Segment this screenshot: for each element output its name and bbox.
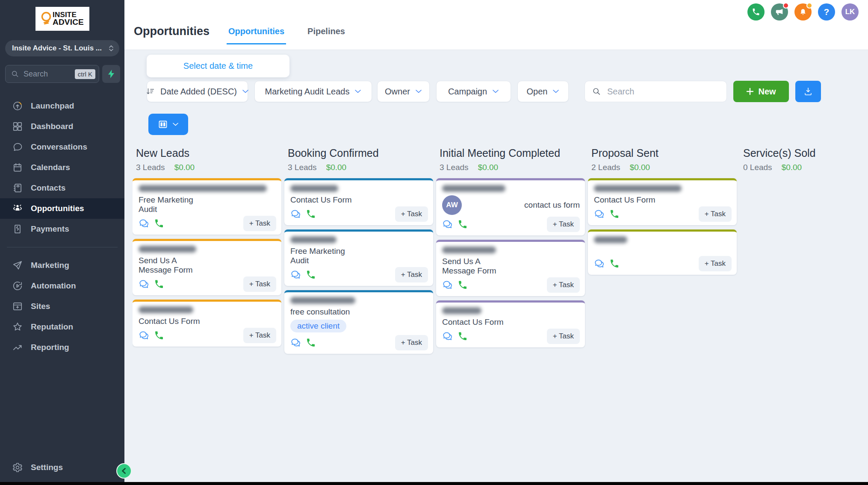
opportunity-card[interactable]: Contact Us Form + Task <box>133 300 281 347</box>
call-icon[interactable] <box>458 331 468 341</box>
add-task-button[interactable]: + Task <box>243 216 276 231</box>
sidebar-item-automation[interactable]: Automation <box>0 276 124 296</box>
add-task-button[interactable]: + Task <box>699 206 732 222</box>
payments-icon <box>12 223 23 235</box>
owner-dropdown[interactable]: Owner <box>377 81 430 102</box>
opportunity-card[interactable]: AW contact us form + Task <box>436 178 585 235</box>
lead-count: 0 Leads <box>743 163 772 172</box>
conversation-icon[interactable] <box>442 279 454 291</box>
call-icon[interactable] <box>154 279 164 289</box>
add-task-button[interactable]: + Task <box>395 335 428 350</box>
call-icon[interactable] <box>458 219 468 229</box>
opportunity-card[interactable]: Contact Us Form + Task <box>436 300 585 347</box>
opportunity-source: Send Us A Message Form <box>139 256 203 275</box>
sidebar-item-marketing[interactable]: Marketing <box>0 255 124 276</box>
sidebar-item-dashboard[interactable]: Dashboard <box>0 116 124 137</box>
notification-dot <box>783 3 789 9</box>
call-icon[interactable] <box>154 330 164 341</box>
lead-count: 3 Leads <box>440 163 469 172</box>
call-icon[interactable] <box>306 270 316 280</box>
status-dropdown[interactable]: Open <box>517 81 569 102</box>
call-icon[interactable] <box>609 259 620 269</box>
tab-opportunities[interactable]: Opportunities <box>227 26 286 44</box>
call-icon[interactable] <box>306 338 316 348</box>
sidebar-item-conversations[interactable]: Conversations <box>0 137 124 157</box>
sites-icon <box>12 301 23 312</box>
redacted-contact-name <box>139 306 193 313</box>
call-icon[interactable] <box>154 218 164 229</box>
bottom-black-bar <box>0 482 868 485</box>
help-button[interactable]: ? <box>818 3 835 21</box>
reputation-icon <box>12 321 23 332</box>
opportunity-search-input[interactable]: Search <box>585 81 727 102</box>
conversation-icon[interactable] <box>290 209 302 220</box>
conversation-icon[interactable] <box>139 330 151 341</box>
call-icon[interactable] <box>306 209 316 219</box>
user-avatar[interactable]: LK <box>841 3 859 21</box>
add-task-button[interactable]: + Task <box>699 256 732 271</box>
new-opportunity-button[interactable]: New <box>733 81 789 102</box>
announcements-button[interactable] <box>771 3 788 21</box>
phone-dialer-button[interactable] <box>747 3 765 21</box>
filter-toolbar: Date Added (DESC) Marketing Audit Leads … <box>147 81 821 102</box>
column-header: Booking Confirmed 3 Leads $0.00 <box>284 147 433 172</box>
add-task-button[interactable]: + Task <box>547 217 580 232</box>
add-task-button[interactable]: + Task <box>547 329 580 344</box>
opportunity-card[interactable]: + Task <box>588 229 737 275</box>
opportunity-card[interactable]: free consultation active client + Task <box>284 290 433 354</box>
redacted-contact-name <box>442 307 481 314</box>
tab-pipelines[interactable]: Pipelines <box>306 26 347 44</box>
lead-value: $0.00 <box>478 163 499 172</box>
sidebar-item-contacts[interactable]: Contacts <box>0 178 124 198</box>
pipeline-dropdown[interactable]: Marketing Audit Leads <box>254 81 372 102</box>
conversation-icon[interactable] <box>442 219 454 230</box>
call-icon[interactable] <box>609 209 620 219</box>
sidebar-search-input[interactable]: Search ctrl K <box>5 65 99 83</box>
column-title: Booking Confirmed <box>288 147 433 159</box>
opportunity-source: Contact Us Form <box>290 195 354 205</box>
board-view-toggle[interactable] <box>148 114 188 135</box>
conversation-icon[interactable] <box>442 331 454 342</box>
opportunity-card[interactable]: Send Us A Message Form + Task <box>436 240 585 296</box>
conversation-icon[interactable] <box>594 258 606 269</box>
sidebar-item-settings[interactable]: Settings <box>0 459 124 476</box>
sidebar-item-payments[interactable]: Payments <box>0 219 124 239</box>
sidebar-item-reputation[interactable]: Reputation <box>0 317 124 337</box>
chevron-down-icon <box>354 89 361 94</box>
campaign-label: Campaign <box>448 87 487 97</box>
opportunity-card[interactable]: Free Marketing Audit + Task <box>284 229 433 286</box>
assignee-avatar[interactable]: AW <box>442 195 462 215</box>
lead-value: $0.00 <box>782 163 802 172</box>
date-picker-label: Select date & time <box>183 61 253 71</box>
add-task-button[interactable]: + Task <box>243 328 276 343</box>
conversation-icon[interactable] <box>594 209 606 220</box>
add-task-button[interactable]: + Task <box>395 267 428 282</box>
conversation-icon[interactable] <box>290 337 302 348</box>
sidebar-item-sites[interactable]: Sites <box>0 296 124 317</box>
opportunity-card[interactable]: Contact Us Form + Task <box>588 178 737 225</box>
account-switcher[interactable]: Insite Advice - St. Louis ... <box>5 40 119 56</box>
sidebar-item-label: Calendars <box>31 163 70 172</box>
sort-dropdown[interactable]: Date Added (DESC) <box>147 81 248 102</box>
call-icon[interactable] <box>458 280 468 290</box>
add-task-button[interactable]: + Task <box>395 206 428 222</box>
conversation-icon[interactable] <box>139 279 151 290</box>
opportunity-card[interactable]: Contact Us Form + Task <box>284 178 433 225</box>
quick-actions-button[interactable] <box>102 65 120 83</box>
conversation-icon[interactable] <box>139 218 151 229</box>
date-range-picker-button[interactable]: Select date & time <box>147 55 289 77</box>
add-task-button[interactable]: + Task <box>243 276 276 292</box>
opportunity-card[interactable]: Send Us A Message Form + Task <box>133 239 281 295</box>
add-task-button[interactable]: + Task <box>547 277 580 293</box>
sidebar-item-reporting[interactable]: Reporting <box>0 337 124 358</box>
redacted-contact-name <box>290 236 337 243</box>
sidebar-item-launchpad[interactable]: Launchpad <box>0 96 124 116</box>
sidebar-collapse-button[interactable] <box>116 463 132 479</box>
campaign-dropdown[interactable]: Campaign <box>436 81 511 102</box>
sidebar-item-opportunities[interactable]: Opportunities <box>0 198 124 219</box>
notifications-button[interactable] <box>794 3 812 21</box>
import-export-button[interactable] <box>795 81 821 102</box>
sidebar-item-calendars[interactable]: Calendars <box>0 157 124 178</box>
conversation-icon[interactable] <box>290 269 302 280</box>
opportunity-card[interactable]: Free Marketing Audit + Task <box>133 178 281 235</box>
